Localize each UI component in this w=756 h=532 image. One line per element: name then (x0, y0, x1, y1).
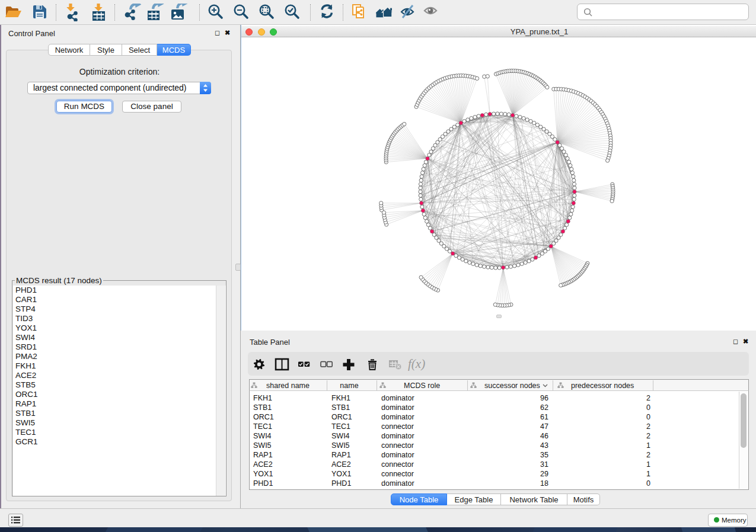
svg-text:f(x): f(x) (408, 357, 425, 371)
